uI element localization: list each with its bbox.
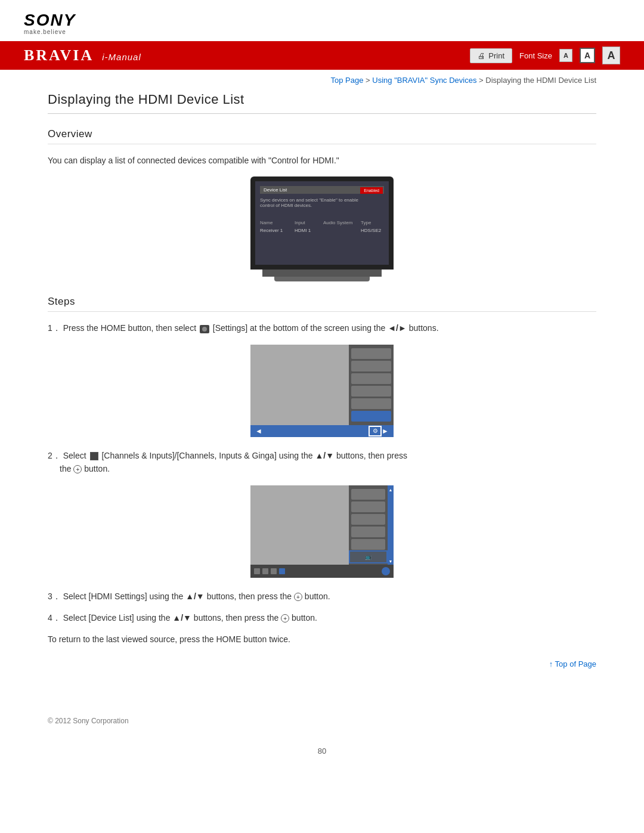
steps-heading: Steps — [48, 296, 596, 312]
breadcrumb-sync-devices[interactable]: Using "BRAVIA" Sync Devices — [372, 76, 476, 85]
font-small-button[interactable]: A — [559, 49, 572, 62]
step1-icon-text: [Settings] at the bottom of the screen u… — [213, 323, 388, 333]
step1-settings-image: ◄ ⚙ ► — [250, 345, 394, 437]
step4-number: 4． — [48, 613, 61, 623]
top-bar: SONY make.believe — [0, 0, 644, 41]
overview-heading: Overview — [48, 128, 596, 144]
sony-tagline: make.believe — [24, 29, 66, 35]
breadcrumb: Top Page > Using "BRAVIA" Sync Devices >… — [48, 70, 596, 92]
step1-screenshot: ◄ ⚙ ► — [48, 345, 596, 437]
sony-wordmark: SONY — [24, 11, 76, 30]
step2-bottom-bar — [250, 565, 394, 578]
step3-number: 3． — [48, 592, 61, 601]
top-of-page-link[interactable]: ↑ Top of Page — [549, 659, 596, 668]
settings-icon — [200, 325, 209, 333]
font-medium-button[interactable]: A — [580, 48, 595, 63]
tv-device-list-image: Device List Sync devices on and select "… — [250, 176, 394, 281]
step3-mid: buttons, then press the — [207, 592, 292, 601]
step2-text: 2． Select [Channels & Inputs]/[Channels,… — [48, 449, 596, 476]
page-title: Displaying the HDMI Device List — [48, 92, 596, 114]
vertical-scroll-arrow: ▲ ▼ — [388, 485, 394, 566]
breadcrumb-top-page[interactable]: Top Page — [331, 76, 364, 85]
step4-end: button. — [292, 613, 317, 623]
bravia-controls: 🖨 Print Font Size A A A — [470, 47, 620, 64]
step4-text: 4． Select [Device List] using the ▲/▼ bu… — [48, 611, 596, 624]
page-number: 80 — [0, 735, 644, 761]
top-of-page-container: ↑ Top of Page — [48, 658, 596, 669]
step4-circle: + — [281, 614, 289, 623]
bravia-title: BRAVIA — [24, 47, 94, 64]
tv-screenshot: Device List Sync devices on and select "… — [48, 176, 596, 281]
step1-end: buttons. — [409, 323, 439, 333]
channels-icon — [90, 452, 98, 460]
step4-mid: buttons, then press the — [194, 613, 278, 623]
footer: © 2012 Sony Corporation — [0, 707, 644, 735]
step2-number: 2． — [48, 451, 61, 460]
overview-section: Overview You can display a list of conne… — [48, 128, 596, 281]
step3-text: 3． Select [HDMI Settings] using the ▲/▼ … — [48, 590, 596, 603]
step2-arrows: ▲/▼ — [315, 451, 334, 460]
step3-arrows: ▲/▼ — [185, 592, 207, 601]
bravia-banner: BRAVIA i-Manual 🖨 Print Font Size A A A — [0, 41, 644, 70]
breadcrumb-current: Displaying the HDMI Device List — [485, 76, 596, 85]
arrow-right-icon: ► — [382, 427, 389, 435]
steps-section: Steps 1． Press the HOME button, then sel… — [48, 296, 596, 668]
return-note: To return to the last viewed source, pre… — [48, 633, 596, 646]
step3-circle: + — [294, 593, 302, 601]
step1-arrow-icon: ◄/► — [388, 323, 407, 333]
main-content: Top Page > Using "BRAVIA" Sync Devices >… — [0, 70, 644, 707]
print-button[interactable]: 🖨 Print — [470, 48, 512, 63]
settings-gear-icon: ⚙ — [369, 426, 382, 436]
step2-screenshot: ▲ ▼ 📺 — [48, 485, 596, 578]
font-large-button[interactable]: A — [602, 47, 620, 64]
step2-end: button. — [84, 464, 110, 473]
step1-number: 1． — [48, 323, 61, 333]
step4-main: Select [Device List] using the — [63, 613, 171, 623]
step2-main-text: [Channels & Inputs]/[Channels, Inputs & … — [101, 451, 315, 460]
step2-text2: buttons, then press — [336, 451, 407, 460]
selected-item-box: 📺 — [349, 550, 388, 563]
step2-circle-icon: + — [73, 465, 82, 473]
arrow-left-icon: ◄ — [255, 427, 262, 435]
print-icon: 🖨 — [478, 51, 485, 60]
bravia-subtitle: i-Manual — [102, 52, 141, 62]
bravia-left: BRAVIA i-Manual — [24, 47, 141, 64]
breadcrumb-sep2: > — [479, 76, 485, 85]
step3-end: button. — [305, 592, 330, 601]
step3-main: Select [HDMI Settings] using the — [63, 592, 184, 601]
gear-bottom-icon — [382, 567, 390, 575]
step1-pre: Press the HOME button, then select — [63, 323, 196, 333]
step1-text: 1． Press the HOME button, then select [S… — [48, 321, 596, 335]
step2-the: the — [48, 464, 73, 473]
copyright-text: © 2012 Sony Corporation — [48, 717, 129, 725]
font-size-label: Font Size — [519, 51, 552, 60]
overview-text: You can display a list of connected devi… — [48, 154, 596, 167]
sony-logo: SONY make.believe — [24, 11, 76, 35]
step4-arrows: ▲/▼ — [172, 613, 194, 623]
breadcrumb-sep1: > — [366, 76, 372, 85]
print-label: Print — [488, 51, 504, 60]
step2-pre: Select — [63, 451, 89, 460]
step2-settings-image: ▲ ▼ 📺 — [250, 485, 394, 578]
